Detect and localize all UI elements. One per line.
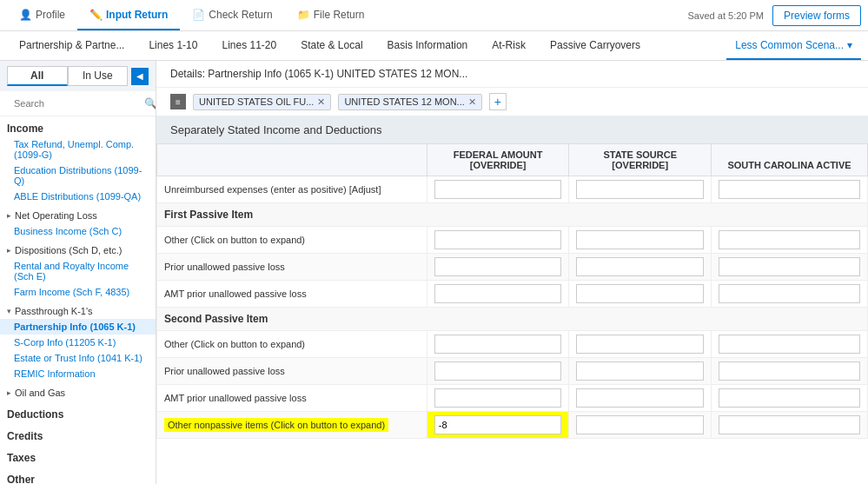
- sc-input[interactable]: [719, 335, 860, 354]
- state-input[interactable]: [576, 415, 704, 434]
- tab-check-return[interactable]: 📄 Check Return: [180, 0, 284, 30]
- tab-state-local[interactable]: State & Local: [288, 31, 374, 60]
- tab-profile[interactable]: 👤 Profile: [7, 0, 77, 30]
- sidebar-item-remic[interactable]: REMIC Information: [0, 366, 156, 381]
- sc-input[interactable]: [719, 284, 860, 303]
- state-cell[interactable]: [569, 385, 712, 412]
- sidebar-item-rental[interactable]: Rental and Royalty Income (Sch E): [0, 258, 156, 284]
- tab-lines1-10[interactable]: Lines 1-10: [136, 31, 209, 60]
- state-input[interactable]: [576, 388, 704, 408]
- sidebar-taxes-label: Taxes: [0, 448, 156, 466]
- federal-cell[interactable]: [427, 254, 569, 281]
- table-row: First Passive Item: [157, 203, 868, 227]
- sidebar-tab-all[interactable]: All: [7, 66, 68, 86]
- preview-forms-button[interactable]: Preview forms: [772, 5, 861, 26]
- tab-passive[interactable]: Passive Carryovers: [538, 31, 653, 60]
- table-header-row: FEDERAL AMOUNT [OVERRIDE] STATE SOURCE […: [157, 144, 868, 176]
- tab-file-return[interactable]: 📁 File Return: [285, 0, 377, 30]
- triangle-icon-3: ▾: [7, 307, 11, 315]
- entity-chip-1-label: UNITED STATES OIL FU...: [199, 96, 314, 107]
- federal-input[interactable]: [434, 335, 562, 354]
- entity-chip-2[interactable]: UNITED STATES 12 MON... ✕: [338, 94, 481, 110]
- tab-at-risk[interactable]: At-Risk: [480, 31, 538, 60]
- sidebar-toggle-nol[interactable]: ▸ Net Operating Loss: [0, 208, 156, 223]
- sc-input[interactable]: [719, 257, 860, 276]
- state-cell[interactable]: [569, 331, 712, 358]
- sc-cell[interactable]: [712, 176, 868, 203]
- table-row: AMT prior unallowed passive loss: [157, 281, 868, 308]
- sidebar-item-estate[interactable]: Estate or Trust Info (1041 K-1): [0, 350, 156, 366]
- details-text: Details: Partnership Info (1065 K-1) UNI…: [170, 68, 467, 80]
- saved-status: Saved at 5:20 PM: [688, 10, 764, 21]
- state-cell[interactable]: [569, 358, 712, 385]
- sidebar-item-education[interactable]: Education Distributions (1099-Q): [0, 162, 156, 189]
- sc-cell[interactable]: [712, 254, 868, 281]
- section-header: Separately Stated Income and Deductions: [156, 116, 868, 143]
- sidebar-item-tax-refund[interactable]: Tax Refund, Unempl. Comp. (1099-G): [0, 136, 156, 162]
- federal-input[interactable]: [434, 230, 562, 249]
- subsection-label: Second Passive Item: [157, 308, 868, 331]
- state-cell[interactable]: [569, 281, 712, 308]
- sc-cell[interactable]: [712, 331, 868, 358]
- sidebar-toggle-passthrough[interactable]: ▾ Passthrough K-1's: [0, 303, 156, 319]
- sc-input[interactable]: [719, 388, 860, 408]
- sidebar-tab-inuse[interactable]: In Use: [68, 66, 129, 86]
- entity-chip-2-close[interactable]: ✕: [468, 96, 476, 108]
- sidebar-item-partnership[interactable]: Partnership Info (1065 K-1): [0, 319, 156, 335]
- state-input[interactable]: [576, 230, 704, 249]
- entity-handle[interactable]: ≡: [170, 94, 186, 109]
- state-input[interactable]: [576, 361, 704, 381]
- sidebar-item-scorp[interactable]: S-Corp Info (11205 K-1): [0, 335, 156, 350]
- sc-input[interactable]: [719, 230, 860, 249]
- nav-bar: Partnership & Partne... Lines 1-10 Lines…: [0, 31, 868, 61]
- federal-input[interactable]: [434, 180, 562, 199]
- entity-chip-1[interactable]: UNITED STATES OIL FU... ✕: [193, 94, 331, 110]
- federal-input[interactable]: [434, 257, 562, 276]
- search-input[interactable]: [7, 95, 141, 112]
- state-cell[interactable]: [569, 227, 712, 254]
- state-input[interactable]: [576, 335, 704, 354]
- federal-cell[interactable]: [427, 227, 569, 254]
- federal-cell[interactable]: [427, 358, 569, 385]
- federal-cell[interactable]: [427, 331, 569, 358]
- state-input[interactable]: [576, 257, 704, 276]
- federal-input[interactable]: [434, 388, 562, 408]
- sc-input[interactable]: [719, 361, 860, 381]
- tab-partnership[interactable]: Partnership & Partne...: [7, 31, 136, 60]
- entity-chip-1-close[interactable]: ✕: [317, 96, 325, 108]
- federal-cell[interactable]: [427, 412, 569, 439]
- federal-input[interactable]: [434, 415, 562, 434]
- state-cell[interactable]: [569, 176, 712, 203]
- federal-input[interactable]: [434, 361, 562, 381]
- federal-cell[interactable]: [427, 281, 569, 308]
- sc-cell[interactable]: [712, 227, 868, 254]
- state-cell[interactable]: [569, 254, 712, 281]
- sc-cell[interactable]: [712, 385, 868, 412]
- state-input[interactable]: [576, 180, 704, 199]
- state-input[interactable]: [576, 284, 704, 303]
- row-label: Other (Click on button to expand): [157, 227, 427, 254]
- tab-input-return[interactable]: ✏️ Input Return: [77, 0, 180, 30]
- sidebar-toggle-oilandgas[interactable]: ▸ Oil and Gas: [0, 385, 156, 401]
- sidebar-toggle-dispositions[interactable]: ▸ Dispositions (Sch D, etc.): [0, 242, 156, 258]
- tab-lines11-20[interactable]: Lines 11-20: [209, 31, 288, 60]
- sidebar-section-income-label: Income: [0, 118, 156, 136]
- sidebar-collapse-button[interactable]: ◀: [131, 68, 149, 85]
- tab-less-common[interactable]: Less Common Scena... ▾: [726, 31, 861, 60]
- add-entity-button[interactable]: +: [489, 93, 507, 110]
- sc-input[interactable]: [719, 415, 860, 434]
- entity-chip-2-label: UNITED STATES 12 MON...: [344, 96, 464, 107]
- sc-cell[interactable]: [712, 358, 868, 385]
- tab-basis[interactable]: Basis Information: [375, 31, 480, 60]
- federal-input[interactable]: [434, 284, 562, 303]
- sidebar-item-farm[interactable]: Farm Income (Sch F, 4835): [0, 284, 156, 300]
- sidebar-section-nol: ▸ Net Operating Loss Business Income (Sc…: [0, 206, 156, 241]
- sc-input[interactable]: [719, 180, 860, 199]
- sidebar-item-business-income[interactable]: Business Income (Sch C): [0, 223, 156, 239]
- sc-cell[interactable]: [712, 412, 868, 439]
- sidebar-item-able[interactable]: ABLE Distributions (1099-QA): [0, 189, 156, 204]
- sc-cell[interactable]: [712, 281, 868, 308]
- federal-cell[interactable]: [427, 385, 569, 412]
- federal-cell[interactable]: [427, 176, 569, 203]
- state-cell[interactable]: [569, 412, 712, 439]
